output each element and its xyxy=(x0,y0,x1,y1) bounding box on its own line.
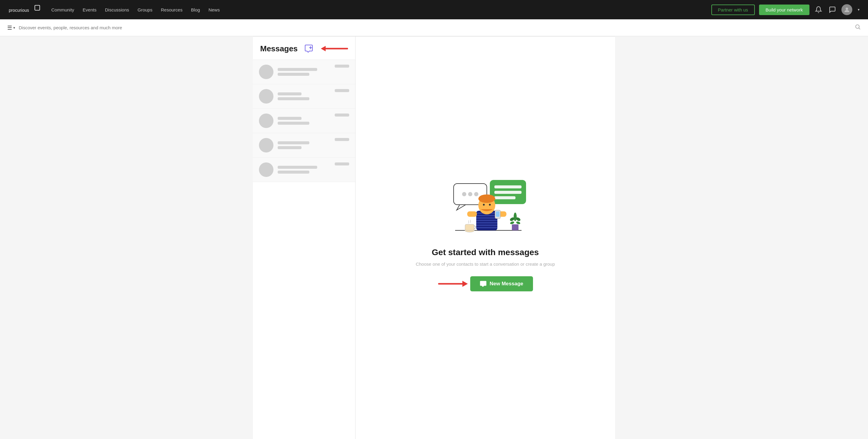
svg-rect-37 xyxy=(465,224,474,230)
message-list-item[interactable] xyxy=(253,60,355,84)
main-content: Messages xyxy=(253,36,615,439)
svg-rect-38 xyxy=(512,224,519,230)
messages-main-panel: Get started with messages Choose one of … xyxy=(355,36,615,439)
new-chat-icon xyxy=(304,44,314,53)
svg-point-14 xyxy=(474,192,478,196)
message-time-skeleton xyxy=(335,89,349,92)
nav-actions: Partner with us Build your network ▾ xyxy=(711,4,860,15)
svg-marker-8 xyxy=(321,46,326,51)
svg-point-12 xyxy=(462,192,466,196)
message-preview-skeleton xyxy=(278,146,302,149)
search-input[interactable] xyxy=(19,25,851,30)
message-name-skeleton xyxy=(278,166,317,169)
message-content xyxy=(278,141,331,149)
svg-rect-0 xyxy=(35,5,39,10)
menu-caret: ▾ xyxy=(13,26,15,30)
message-name-skeleton xyxy=(278,68,317,71)
svg-marker-11 xyxy=(457,205,466,210)
nav-link-discussions[interactable]: Discussions xyxy=(105,7,129,12)
message-content xyxy=(278,92,331,100)
nav-link-community[interactable]: Community xyxy=(51,7,74,12)
svg-rect-19 xyxy=(494,196,516,199)
nav-link-groups[interactable]: Groups xyxy=(137,7,152,12)
new-conversation-button[interactable] xyxy=(304,44,314,53)
svg-rect-32 xyxy=(467,211,477,217)
get-started-subtitle: Choose one of your contacts to start a c… xyxy=(415,261,555,267)
messaging-illustration xyxy=(437,175,534,238)
messages-sidebar: Messages xyxy=(253,36,355,439)
hamburger-menu-button[interactable]: ☰ ▾ xyxy=(7,25,15,31)
search-icon xyxy=(855,24,861,30)
notifications-button[interactable] xyxy=(814,5,823,14)
avatar xyxy=(259,65,273,79)
svg-point-29 xyxy=(478,195,495,203)
message-time-skeleton xyxy=(335,138,349,141)
nav-link-news[interactable]: News xyxy=(209,7,220,12)
nav-link-resources[interactable]: Resources xyxy=(161,7,183,12)
svg-rect-35 xyxy=(496,211,499,217)
svg-point-31 xyxy=(489,204,491,206)
new-message-label: New Message xyxy=(490,281,523,287)
svg-marker-45 xyxy=(462,281,468,287)
nav-links: Community Events Discussions Groups Reso… xyxy=(51,7,711,12)
new-message-row: New Message xyxy=(438,276,533,291)
message-time-skeleton xyxy=(335,65,349,68)
avatar xyxy=(259,89,273,104)
message-time-skeleton xyxy=(335,114,349,117)
svg-text:procurious: procurious xyxy=(9,8,29,13)
avatar xyxy=(259,163,273,177)
svg-rect-18 xyxy=(494,191,522,194)
message-content xyxy=(278,117,331,125)
message-preview-skeleton xyxy=(278,122,309,125)
message-list xyxy=(253,60,355,182)
messages-title: Messages xyxy=(260,44,298,53)
message-name-skeleton xyxy=(278,92,302,95)
nav-link-blog[interactable]: Blog xyxy=(191,7,200,12)
svg-point-43 xyxy=(516,221,521,225)
message-content xyxy=(278,166,331,174)
chat-bubble-icon xyxy=(480,281,487,287)
message-list-item[interactable] xyxy=(253,157,355,182)
search-bar: ☰ ▾ xyxy=(0,19,868,36)
arrow-right-indicator xyxy=(438,279,468,289)
message-name-skeleton xyxy=(278,117,302,120)
get-started-title: Get started with messages xyxy=(432,247,539,257)
logo[interactable]: procurious xyxy=(8,4,42,15)
avatar xyxy=(259,138,273,152)
svg-point-30 xyxy=(483,204,485,206)
avatar[interactable] xyxy=(841,4,852,15)
message-preview-skeleton xyxy=(278,171,309,174)
arrow-left-indicator xyxy=(321,45,348,53)
search-submit-button[interactable] xyxy=(855,24,861,31)
message-content xyxy=(278,68,331,76)
message-list-item[interactable] xyxy=(253,109,355,133)
new-message-button[interactable]: New Message xyxy=(470,276,533,291)
nav-link-events[interactable]: Events xyxy=(83,7,97,12)
svg-point-3 xyxy=(856,25,859,28)
svg-marker-16 xyxy=(516,204,523,209)
svg-point-2 xyxy=(846,7,848,10)
message-preview-skeleton xyxy=(278,73,309,76)
hamburger-icon: ☰ xyxy=(7,25,12,31)
svg-line-4 xyxy=(859,28,861,30)
message-list-item[interactable] xyxy=(253,84,355,109)
svg-point-39 xyxy=(514,212,517,221)
chat-icon xyxy=(829,6,836,13)
svg-point-42 xyxy=(510,221,515,225)
top-navigation: procurious Community Events Discussions … xyxy=(0,0,868,19)
message-time-skeleton xyxy=(335,163,349,166)
avatar xyxy=(259,114,273,128)
message-name-skeleton xyxy=(278,141,309,144)
illustration xyxy=(437,175,534,238)
message-preview-skeleton xyxy=(278,97,309,100)
svg-point-13 xyxy=(468,192,472,196)
message-list-item[interactable] xyxy=(253,133,355,157)
svg-rect-17 xyxy=(494,185,522,188)
messages-button[interactable] xyxy=(828,5,837,14)
build-your-network-button[interactable]: Build your network xyxy=(759,4,809,15)
partner-with-us-button[interactable]: Partner with us xyxy=(711,4,755,15)
messages-header: Messages xyxy=(253,36,355,60)
bell-icon xyxy=(815,6,822,13)
avatar-caret[interactable]: ▾ xyxy=(858,7,860,12)
